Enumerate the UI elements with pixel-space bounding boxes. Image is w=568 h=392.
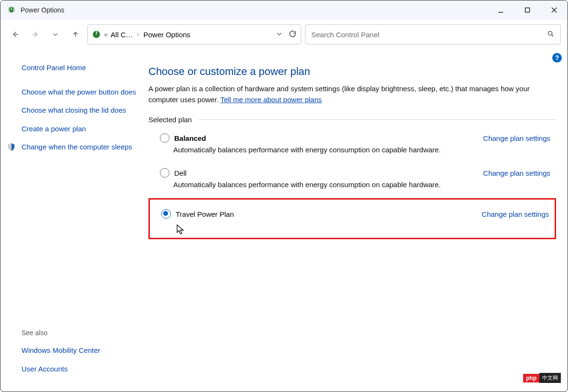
svg-rect-1 [11,7,12,10]
refresh-button[interactable] [288,30,297,40]
watermark: php 中文网 [523,373,561,383]
shield-icon [7,143,16,151]
search-icon [547,30,555,39]
main-panel: Choose or customize a power plan A power… [148,51,568,392]
minimize-button[interactable] [487,0,514,20]
watermark-left: php [523,374,539,382]
power-plan-item-highlighted: Travel Power Plan Change plan settings [148,198,556,239]
see-also-label: See also [21,329,140,337]
power-plan-item: Dell Change plan settings Automatically … [148,163,556,195]
learn-more-link[interactable]: Tell me more about power plans [221,95,322,104]
svg-point-6 [548,31,552,35]
forward-button[interactable] [27,26,43,42]
change-plan-settings-link[interactable]: Change plan settings [483,134,550,142]
maximize-button[interactable] [514,0,541,20]
page-description: A power plan is a collection of hardware… [148,84,540,105]
window-title: Power Options [21,6,64,14]
plan-description: Automatically balances performance with … [160,143,550,154]
divider [199,119,556,120]
chevron-right-icon [136,31,140,38]
change-plan-settings-link[interactable]: Change plan settings [483,169,550,177]
plan-name[interactable]: Travel Power Plan [176,210,234,218]
power-options-icon [92,30,101,39]
radio-button[interactable] [160,133,169,143]
change-plan-settings-link[interactable]: Change plan settings [482,210,549,218]
up-button[interactable] [67,26,84,42]
power-plan-item: Balanced Change plan settings Automatica… [148,128,556,160]
watermark-right: 中文网 [539,373,561,383]
sidebar-link[interactable]: Choose what closing the lid does [21,105,140,116]
sidebar-link[interactable]: Create a power plan [21,124,140,135]
description-text: A power plan is a collection of hardware… [148,85,530,104]
see-also-link[interactable]: User Accounts [21,364,68,375]
cursor-icon [177,224,185,236]
sidebar-link[interactable]: Choose what the power button does [21,87,140,98]
plan-name[interactable]: Balanced [174,134,206,142]
chevron-left-icon: « [104,31,108,38]
section-header: Selected plan [148,116,556,124]
search-input[interactable]: Search Control Panel [305,24,561,44]
sidebar: Control Panel Home Choose what the power… [0,51,148,392]
see-also-section: See also Windows Mobility Center User Ac… [21,329,140,383]
close-button[interactable] [541,0,568,20]
search-placeholder: Search Control Panel [311,31,379,39]
svg-rect-5 [96,31,97,34]
page-heading: Choose or customize a power plan [148,65,556,78]
titlebar: Power Options [0,0,568,20]
content-area: ? Control Panel Home Choose what the pow… [0,51,568,392]
see-also-link[interactable]: Windows Mobility Center [21,345,100,356]
section-label: Selected plan [148,116,192,124]
window-frame: Power Options [0,0,568,392]
sidebar-link[interactable]: Change when the computer sleeps [21,142,132,153]
svg-rect-3 [526,8,530,12]
plan-description: Automatically balances performance with … [160,178,550,189]
address-bar[interactable]: « All C… Power Options [87,24,301,44]
breadcrumb-item[interactable]: All C… [111,31,133,39]
chevron-down-icon[interactable] [276,31,283,39]
help-icon[interactable]: ? [552,53,562,63]
svg-rect-2 [498,12,503,13]
plan-name[interactable]: Dell [174,169,187,177]
control-panel-home-link[interactable]: Control Panel Home [21,63,140,74]
toolbar: « All C… Power Options Search Control Pa… [0,20,568,51]
back-button[interactable] [7,26,23,42]
radio-button[interactable] [161,209,171,219]
radio-button[interactable] [160,168,169,178]
breadcrumb-item[interactable]: Power Options [143,31,190,39]
power-options-icon [7,6,16,14]
recent-locations-button[interactable] [47,26,63,42]
window-controls [487,0,568,20]
